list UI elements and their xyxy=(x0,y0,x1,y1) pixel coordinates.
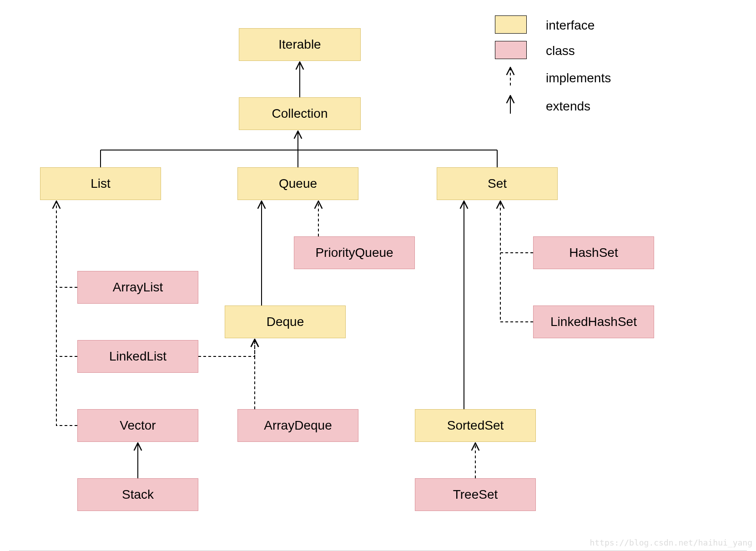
node-hashset: HashSet xyxy=(533,236,654,269)
node-list: List xyxy=(40,167,161,200)
node-stack: Stack xyxy=(77,478,198,511)
node-treeset: TreeSet xyxy=(415,478,536,511)
node-collection: Collection xyxy=(239,97,361,130)
node-vector: Vector xyxy=(77,409,198,442)
node-deque: Deque xyxy=(225,306,346,338)
node-arraydeque: ArrayDeque xyxy=(237,409,358,442)
node-iterable: Iterable xyxy=(239,28,361,61)
legend-class-swatch xyxy=(495,41,527,59)
node-priorityqueue: PriorityQueue xyxy=(294,236,415,269)
legend-interface-swatch xyxy=(495,15,527,34)
node-queue: Queue xyxy=(237,167,358,200)
node-sortedset: SortedSet xyxy=(415,409,536,442)
node-linkedlist: LinkedList xyxy=(77,340,198,373)
node-arraylist: ArrayList xyxy=(77,271,198,304)
legend-interface-label: interface xyxy=(546,18,595,33)
legend-extends-label: extends xyxy=(546,99,590,114)
node-linkedhashset: LinkedHashSet xyxy=(533,306,654,338)
legend-class-label: class xyxy=(546,44,575,58)
node-set: Set xyxy=(437,167,558,200)
legend-implements-label: implements xyxy=(546,71,611,85)
watermark: https://blog.csdn.net/haihui_yang xyxy=(590,538,752,547)
